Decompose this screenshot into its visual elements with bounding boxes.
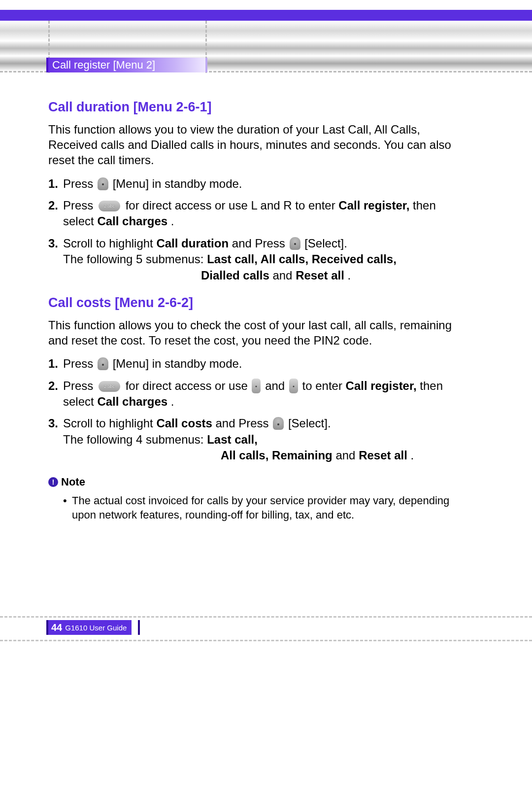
step-text: [Menu] in standby mode. — [113, 177, 242, 190]
step-text: Scroll to highlight — [63, 237, 156, 250]
steps-list: 1. Press [Menu] in standby mode. 2. Pres… — [48, 176, 457, 283]
step-item: 1. Press [Menu] in standby mode. — [48, 356, 457, 372]
step-bold: Call duration — [156, 237, 229, 250]
step-text: to enter — [302, 379, 346, 392]
step-number: 3. — [48, 416, 58, 431]
softkey-icon — [290, 237, 300, 250]
softkey-icon — [98, 177, 108, 190]
step-bold: Call charges — [97, 395, 167, 408]
step-text: for direct access or use L and R to ente… — [126, 199, 339, 212]
step-text: . — [411, 449, 414, 462]
note-header: ! Note — [48, 476, 457, 488]
step-item: 3. Scroll to highlight Call costs and Pr… — [48, 416, 457, 463]
step-text: . — [171, 214, 174, 228]
step-number: 2. — [48, 378, 58, 394]
step-text: and — [335, 449, 359, 462]
key-2abc-icon — [99, 201, 120, 211]
guide-title: G1610 User Guide — [65, 624, 127, 632]
step-bold: Call charges — [97, 214, 167, 228]
step-text: Press — [63, 357, 97, 370]
footer-dashed-line — [0, 640, 532, 641]
step-item: 2. Press for direct access or use and to… — [48, 378, 457, 410]
section-intro: This function allows you to view the dur… — [48, 122, 457, 168]
step-bold: Call register, — [346, 379, 417, 392]
footer-page-tab: 44 G1610 User Guide — [48, 620, 132, 635]
step-subline-indent: All calls, Remaining and Reset all . — [221, 448, 457, 463]
page-number: 44 — [51, 622, 62, 633]
section-intro: This function allows you to check the co… — [48, 317, 457, 348]
softkey-icon — [98, 357, 108, 370]
top-purple-bar — [0, 10, 532, 21]
header-breadcrumb: Call register [Menu 2] — [48, 58, 206, 72]
step-text: . — [171, 395, 174, 408]
step-text: for direct access or use — [126, 379, 251, 392]
step-text: Press — [63, 177, 97, 190]
step-subline-indent: Dialled calls and Reset all . — [201, 268, 457, 283]
step-text: Scroll to highlight — [63, 417, 156, 430]
step-bold: All calls, Remaining — [221, 449, 332, 462]
step-bold: Reset all — [296, 269, 344, 282]
step-text: . — [348, 269, 351, 282]
step-text: Press — [63, 379, 97, 392]
note-icon: ! — [48, 477, 58, 487]
header-tab-bracket — [205, 58, 207, 72]
step-text: and Press — [232, 237, 289, 250]
page-content: Call duration [Menu 2-6-1] This function… — [48, 100, 457, 522]
manual-page: Call register [Menu 2] Call duration [Me… — [0, 0, 532, 799]
step-bold: Call costs — [156, 417, 212, 430]
softkey-icon — [273, 417, 284, 430]
section-title-call-duration: Call duration [Menu 2-6-1] — [48, 100, 457, 115]
step-bold: Last call, All calls, Received calls, — [207, 252, 397, 266]
step-text: [Select]. — [288, 417, 331, 430]
step-subline: The following 4 submenus: Last call, — [63, 432, 457, 448]
step-text: Press — [63, 199, 97, 212]
step-bold: Dialled calls — [201, 269, 269, 282]
footer-bracket — [138, 620, 140, 635]
step-text: [Select]. — [304, 237, 347, 250]
step-subline: The following 5 submenus: Last call, All… — [63, 251, 457, 267]
step-bold: Last call, — [207, 433, 258, 446]
steps-list: 1. Press [Menu] in standby mode. 2. Pres… — [48, 356, 457, 463]
step-number: 3. — [48, 236, 58, 251]
nav-right-key-icon — [289, 379, 298, 393]
step-bold: Call register, — [338, 199, 409, 212]
key-2abc-icon — [99, 381, 120, 392]
note-list: The actual cost invoiced for calls by yo… — [48, 493, 457, 522]
step-bold: Reset all — [359, 449, 407, 462]
step-number: 1. — [48, 356, 58, 372]
step-text: [Menu] in standby mode. — [113, 357, 242, 370]
step-number: 1. — [48, 176, 58, 192]
step-number: 2. — [48, 198, 58, 213]
step-text: The following 5 submenus: — [63, 252, 207, 266]
step-item: 2. Press for direct access or use L and … — [48, 198, 457, 230]
step-text: and — [272, 269, 296, 282]
nav-left-key-icon — [252, 379, 261, 393]
step-item: 3. Scroll to highlight Call duration and… — [48, 236, 457, 283]
footer-dashed-line — [0, 616, 532, 618]
note-item: The actual cost invoiced for calls by yo… — [63, 493, 457, 522]
section-title-call-costs: Call costs [Menu 2-6-2] — [48, 295, 457, 311]
step-text: and Press — [216, 417, 272, 430]
note-title: Note — [61, 476, 85, 488]
step-item: 1. Press [Menu] in standby mode. — [48, 176, 457, 192]
step-text: The following 4 submenus: — [63, 433, 207, 446]
step-text: and — [265, 379, 288, 392]
